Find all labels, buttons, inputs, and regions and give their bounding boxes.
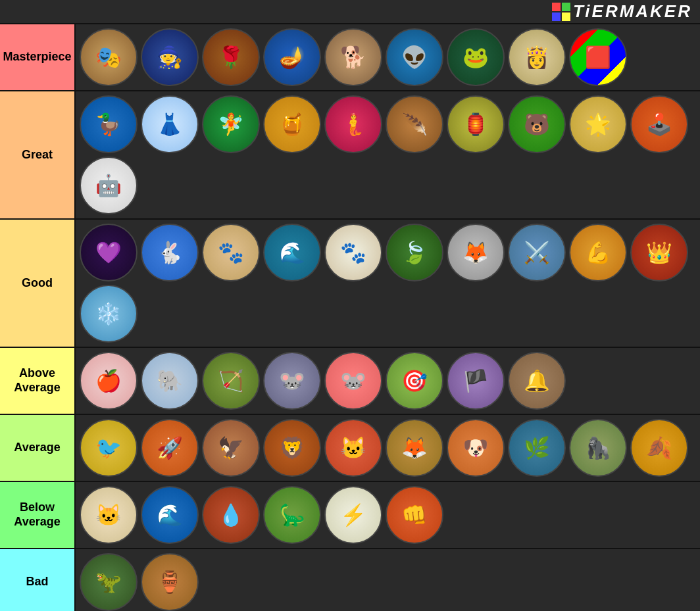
tier-label-bad: Bad: [0, 549, 76, 611]
tier-content-above-average: 🍎🐘🏹🐭🐭🎯🏴🔔: [76, 348, 700, 414]
tier-item[interactable]: 👑: [630, 224, 688, 281]
tier-item[interactable]: 🐭: [263, 352, 321, 410]
tier-row-great: Great🦆👗🧚🍯🧜🪶🏮🐻🌟🕹️🤖: [0, 91, 700, 220]
tier-item[interactable]: 🐘: [141, 352, 199, 410]
tier-item[interactable]: 🏮: [447, 95, 505, 153]
tier-item[interactable]: 🐦: [80, 419, 138, 477]
tier-item[interactable]: 👗: [141, 95, 199, 153]
tier-item[interactable]: ⚔️: [508, 224, 566, 281]
tier-item[interactable]: 👊: [386, 486, 443, 544]
tier-item[interactable]: 🤖: [80, 157, 138, 214]
tier-item[interactable]: 🔔: [508, 352, 566, 410]
tier-rows: Masterpiece🎭🧙🌹🪔🐕👽🐸👸🟥Great🦆👗🧚🍯🧜🪶🏮🐻🌟🕹️🤖Goo…: [0, 24, 700, 611]
tier-item[interactable]: 🎯: [386, 352, 443, 410]
tier-item[interactable]: 🏺: [141, 553, 199, 611]
tier-item[interactable]: 🦍: [569, 419, 627, 477]
tier-item[interactable]: 💪: [569, 224, 627, 281]
tier-item[interactable]: 🐾: [324, 224, 382, 281]
tier-item[interactable]: ❄️: [80, 285, 138, 343]
tier-content-masterpiece: 🎭🧙🌹🪔🐕👽🐸👸🟥: [76, 24, 700, 90]
tier-item[interactable]: 🐭: [324, 352, 382, 410]
tier-item[interactable]: 🦕: [263, 486, 321, 544]
tier-item[interactable]: 🧚: [202, 95, 260, 153]
tier-item[interactable]: 🐾: [202, 224, 260, 281]
tier-item[interactable]: 🐸: [447, 28, 505, 86]
tier-row-average: Average🐦🚀🦅🦁🐱🦊🐶🌿🦍🍂: [0, 415, 700, 482]
tier-item[interactable]: 🦖: [80, 553, 138, 611]
tier-item[interactable]: 🐱: [80, 486, 138, 544]
tier-row-bad: Bad🦖🏺: [0, 549, 700, 611]
tier-item[interactable]: 🦊: [386, 419, 443, 477]
tier-logo-grid: [552, 3, 570, 21]
tier-item[interactable]: 🦅: [202, 419, 260, 477]
tier-content-good: 💜🐇🐾🌊🐾🍃🦊⚔️💪👑❄️: [76, 220, 700, 347]
tier-item[interactable]: 🐱: [324, 419, 382, 477]
tier-content-below-average: 🐱🌊💧🦕⚡👊: [76, 482, 700, 548]
tier-item[interactable]: 🐕: [324, 28, 382, 86]
tier-item[interactable]: 🟥: [569, 28, 627, 86]
tier-item[interactable]: 🧜: [324, 95, 382, 153]
tier-item[interactable]: 🍂: [630, 419, 688, 477]
tier-item[interactable]: 🦆: [80, 95, 138, 153]
tier-label-average: Average: [0, 415, 76, 481]
tier-list: TiERMAKER Masterpiece🎭🧙🌹🪔🐕👽🐸👸🟥Great🦆👗🧚🍯🧜…: [0, 0, 700, 611]
tier-item[interactable]: 🪶: [386, 95, 443, 153]
tier-item[interactable]: 🎭: [80, 28, 138, 86]
tier-label-great: Great: [0, 91, 76, 218]
tier-item[interactable]: 🍯: [263, 95, 321, 153]
tier-item[interactable]: 🏴: [447, 352, 505, 410]
tier-item[interactable]: 🚀: [141, 419, 199, 477]
tier-content-average: 🐦🚀🦅🦁🐱🦊🐶🌿🦍🍂: [76, 415, 700, 481]
tier-item[interactable]: 🍎: [80, 352, 138, 410]
tier-item[interactable]: 🐇: [141, 224, 199, 281]
tier-label-masterpiece: Masterpiece: [0, 24, 76, 90]
tier-item[interactable]: 🌿: [508, 419, 566, 477]
tier-item[interactable]: 🌊: [141, 486, 199, 544]
tier-item[interactable]: 🦁: [263, 419, 321, 477]
tier-item[interactable]: 🐻: [508, 95, 566, 153]
tier-item[interactable]: 🏹: [202, 352, 260, 410]
tier-item[interactable]: 👽: [386, 28, 443, 86]
tier-label-below-average: Below Average: [0, 482, 76, 548]
tier-item[interactable]: 👸: [508, 28, 566, 86]
tier-item[interactable]: ⚡: [324, 486, 382, 544]
tier-item[interactable]: 🪔: [263, 28, 321, 86]
tier-item[interactable]: 🌊: [263, 224, 321, 281]
tier-row-good: Good💜🐇🐾🌊🐾🍃🦊⚔️💪👑❄️: [0, 220, 700, 348]
tiermaker-logo: TiERMAKER: [552, 1, 692, 22]
tier-item[interactable]: 💧: [202, 486, 260, 544]
tier-label-good: Good: [0, 220, 76, 347]
tier-item[interactable]: 🌹: [202, 28, 260, 86]
tier-item[interactable]: 🦊: [447, 224, 505, 281]
tier-item[interactable]: 🕹️: [630, 95, 688, 153]
tier-content-great: 🦆👗🧚🍯🧜🪶🏮🐻🌟🕹️🤖: [76, 91, 700, 218]
tier-item[interactable]: 🐶: [447, 419, 505, 477]
tier-row-masterpiece: Masterpiece🎭🧙🌹🪔🐕👽🐸👸🟥: [0, 24, 700, 91]
tier-item[interactable]: 🧙: [141, 28, 199, 86]
tier-item[interactable]: 🍃: [386, 224, 443, 281]
tier-row-below-average: Below Average🐱🌊💧🦕⚡👊: [0, 482, 700, 549]
tier-content-bad: 🦖🏺: [76, 549, 700, 611]
tier-item[interactable]: 💜: [80, 224, 138, 281]
tier-row-above-average: Above Average🍎🐘🏹🐭🐭🎯🏴🔔: [0, 348, 700, 415]
tier-item[interactable]: 🌟: [569, 95, 627, 153]
tier-label-above-average: Above Average: [0, 348, 76, 414]
